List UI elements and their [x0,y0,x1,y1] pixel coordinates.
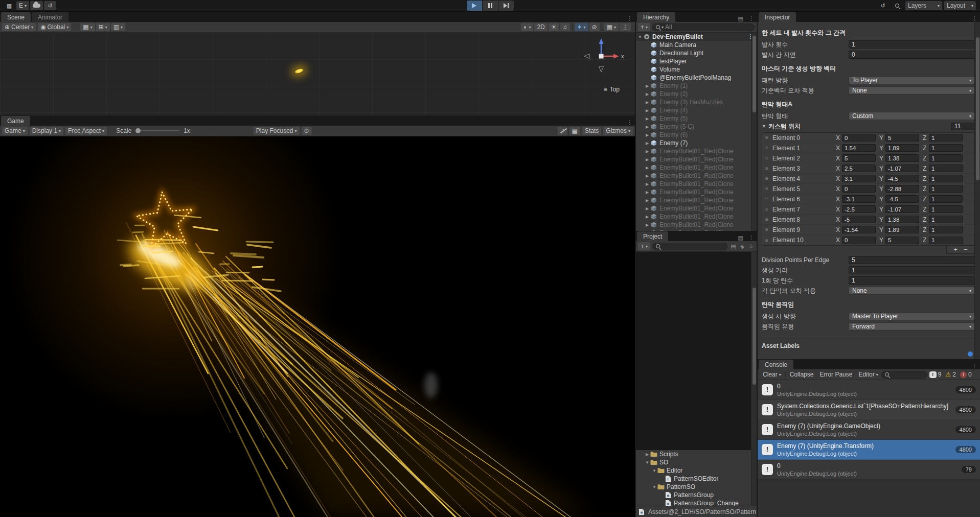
project-search-input[interactable] [652,243,727,250]
hierarchy-item[interactable]: ▶Enemy (1) [636,82,757,90]
array-label[interactable]: 커스텀 위치 [768,122,801,131]
vector-component-field[interactable]: 1.89 [885,144,919,152]
panel-menu-icon[interactable]: ⋮ [969,363,980,369]
scene-view[interactable]: x ≡ Top [0,33,635,115]
space-mode-button[interactable]: ◉Global▾ [38,23,71,31]
vector-component-field[interactable]: 1.38 [885,216,919,223]
tab-project[interactable]: Project [637,231,668,241]
vector-component-field[interactable]: -1.07 [885,205,919,213]
hierarchy-item[interactable]: Directional Light [636,49,757,57]
project-scrollbar[interactable] [751,252,757,506]
console-search-input[interactable] [881,371,927,379]
console-log-entry[interactable]: !0UnityEngine.Debug:Log (object)4800 [758,380,980,400]
foldout-icon[interactable]: ▶ [644,141,650,146]
foldout-icon[interactable]: ▶ [644,206,650,211]
foldout-icon[interactable]: ▶ [644,215,650,219]
hierarchy-item[interactable]: ▶Enemy (2) [636,90,757,98]
foldout-icon[interactable]: ▶ [644,157,650,162]
foldout-icon[interactable]: ▼ [644,460,650,465]
collapse-toggle[interactable]: Collapse [787,370,817,379]
drag-handle-icon[interactable]: ≡ [765,176,772,181]
hierarchy-item[interactable]: ▶EnemyBullet01_Red(Clone [636,221,757,229]
hierarchy-item[interactable]: @EnemyBulletPoolManag [636,74,757,82]
vector-component-field[interactable]: 3.1 [842,175,876,182]
panel-menu-icon[interactable]: ⋮ [624,15,635,22]
account-button[interactable]: E▾ [16,1,29,10]
scrollbar-thumb[interactable] [976,37,979,180]
tab-hierarchy[interactable]: Hierarchy [637,12,675,22]
tab-inspector[interactable]: Inspector [759,12,796,22]
gizmos-dropdown[interactable]: Gizmos▾ [603,127,633,135]
foldout-icon[interactable]: ▶ [644,133,650,137]
favorite-search-icon[interactable]: ☆ [747,243,755,250]
capture-button[interactable]: ⊙ [302,127,312,135]
vector-component-field[interactable]: -2.88 [885,185,919,193]
drag-handle-icon[interactable]: ≡ [765,155,772,161]
hierarchy-item[interactable]: ▶EnemyBullet01_Red(Clone [636,188,757,196]
bullets-per-shot-field[interactable]: 1 [849,276,975,285]
drag-handle-icon[interactable]: ≡ [765,196,772,202]
panel-menu-icon[interactable]: ⋮ [969,15,980,22]
drag-handle-icon[interactable]: ≡ [765,166,772,171]
vector-component-field[interactable]: 0 [842,237,876,244]
stats-button[interactable]: Stats [582,127,601,135]
drag-handle-icon[interactable]: ≡ [765,238,772,243]
scrollbar-thumb[interactable] [753,288,756,385]
history-button[interactable]: ↺ [44,1,56,10]
vector-component-field[interactable]: 1 [929,195,963,203]
vector-component-field[interactable]: 5 [842,154,876,162]
scene-audio-button[interactable]: ♫ [560,23,570,31]
foldout-icon[interactable]: ▶ [644,166,650,170]
aspect-dropdown[interactable]: Free Aspect▾ [65,127,107,135]
hierarchy-item[interactable]: ▶Enemy (6) [636,131,757,139]
vector-component-field[interactable]: 5 [885,134,919,142]
vector-component-field[interactable]: 1 [929,237,963,244]
foldout-icon[interactable]: ▶ [644,92,650,97]
game-view-menu[interactable]: Game▾ [2,127,28,135]
search-by-label-icon[interactable]: ◈ [739,243,745,250]
vector-component-field[interactable]: 1.54 [842,144,876,152]
hierarchy-item[interactable]: ▶EnemyBullet01_Red(Clone [636,155,757,163]
hierarchy-item[interactable]: ▶EnemyBullet01_Red(Clone [636,147,757,155]
hierarchy-scrollbar[interactable] [751,33,757,231]
step-button[interactable] [498,1,514,11]
hidden-objects-button[interactable]: ⊘ [589,23,600,31]
scene-overflow-button[interactable]: ⋮ [620,23,631,31]
hierarchy-search-input[interactable]: ▾ All [652,24,755,31]
cloud-button[interactable] [30,1,43,10]
pivot-mode-button[interactable]: ⊕Center▾ [2,23,36,31]
vector-component-field[interactable]: 1 [929,205,963,213]
tab-game[interactable]: Game [1,116,30,126]
grid-view-icon[interactable]: ▤ [736,234,746,241]
vector-component-field[interactable]: 0 [842,185,876,193]
shot-delay-field[interactable]: 0 [849,51,975,59]
tab-animator[interactable]: Animator [32,12,69,22]
game-view[interactable] [0,136,635,517]
search-button[interactable] [891,1,903,10]
hierarchy-item[interactable]: ▶Enemy (3) HasMuzzles [636,98,757,106]
remove-element-button[interactable]: − [964,246,968,253]
vector-component-field[interactable]: 1 [929,144,963,152]
info-count[interactable]: !9 [927,371,944,378]
hierarchy-item[interactable]: ▶Enemy (4) [636,106,757,114]
foldout-icon[interactable]: ▶ [644,149,650,154]
view-orientation-label[interactable]: ≡ Top [604,86,620,93]
foldout-icon[interactable]: ▶ [644,100,650,105]
console-detail-pane[interactable] [758,480,980,517]
scrollbar-thumb[interactable] [753,36,756,112]
foldout-icon[interactable]: ▼ [651,468,657,473]
drag-handle-icon[interactable]: ≡ [765,217,772,222]
play-focused-dropdown[interactable]: Play Focused▾ [254,127,300,135]
search-by-type-icon[interactable]: ▤ [730,243,737,250]
vector-component-field[interactable]: 5 [885,237,919,244]
console-log-entry[interactable]: !System.Collections.Generic.List`1[Phase… [758,400,980,420]
mute-audio-button[interactable]: ♫ [558,127,567,135]
vsync-button[interactable]: ▦ [569,127,580,135]
pause-button[interactable] [483,1,498,11]
scene-lighting-button[interactable]: ☀ [549,23,559,31]
shading-mode-button[interactable]: ◐▾ [521,23,533,31]
vector-component-field[interactable]: 1.89 [885,226,919,233]
add-element-button[interactable]: + [953,246,958,253]
increment-snap-button[interactable]: ▥▾ [111,23,125,31]
2d-mode-button[interactable]: 2D [534,23,547,31]
